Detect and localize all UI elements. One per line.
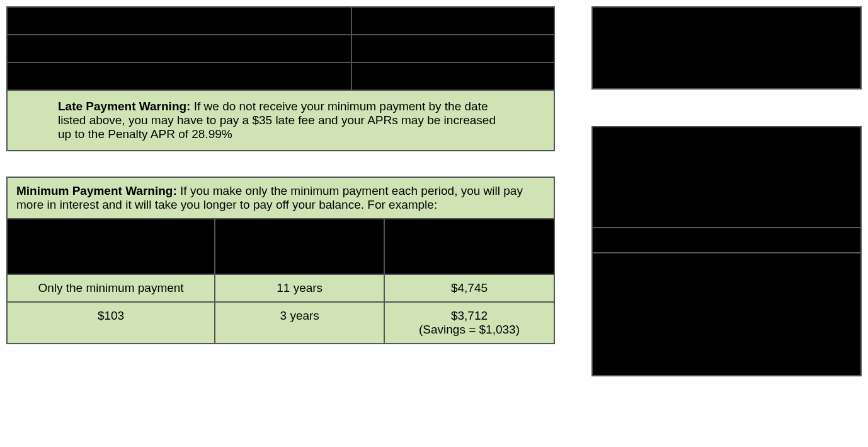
- value-cell: $57.40: [351, 35, 554, 62]
- column-header: If you make no additional charges using …: [7, 219, 215, 274]
- effective-date: Effective 5/10/20: [592, 228, 861, 253]
- table-row: Only the minimum payment 11 years $4,745: [7, 274, 554, 302]
- label-cell: Payment Due Date: [7, 62, 351, 90]
- table-header-row: If you make no additional charges using …: [7, 219, 554, 274]
- table-row: $103 3 years $3,712 (Savings = $1,033): [7, 302, 554, 344]
- table-row: Minimum Payment Due $57.40: [7, 35, 554, 62]
- account-info: Account Number: XXXX XXXX XXXX 1234 Ques…: [592, 7, 861, 89]
- rate-change-notice-box: Notice of Changes to Your Interest Rates…: [591, 126, 862, 376]
- minimum-payment-table: Minimum Payment Warning: If you make onl…: [6, 177, 555, 344]
- cell: $103: [7, 302, 215, 344]
- warning-title: Late Payment Warning:: [58, 100, 190, 113]
- cell: $4,745: [384, 274, 554, 302]
- value-cell: $2,870.00: [351, 7, 554, 35]
- late-payment-warning: Late Payment Warning: If we do not recei…: [7, 90, 554, 151]
- notice-detail: If you pay the Minimum Payment Due by th…: [592, 253, 861, 376]
- table-row: Payment Due Date 4/20/20: [7, 62, 554, 90]
- cell: 3 years: [215, 302, 384, 344]
- column-header: You will pay off the balance shown on th…: [215, 219, 384, 274]
- left-column: New Balance $2,870.00 Minimum Payment Du…: [6, 6, 555, 344]
- minimum-payment-warning: Minimum Payment Warning: If you make onl…: [7, 177, 554, 219]
- value-cell: 4/20/20: [351, 62, 554, 90]
- warning-title: Minimum Payment Warning:: [16, 184, 177, 197]
- payment-info-table: New Balance $2,870.00 Minimum Payment Du…: [6, 6, 555, 151]
- cell: $3,712 (Savings = $1,033): [384, 302, 554, 344]
- savings-note: (Savings = $1,033): [392, 323, 545, 337]
- right-column: Account Number: XXXX XXXX XXXX 1234 Ques…: [591, 6, 862, 376]
- cell: Only the minimum payment: [7, 274, 215, 302]
- table-row: New Balance $2,870.00: [7, 7, 554, 35]
- column-header: And you will end up paying an estimated …: [384, 219, 554, 274]
- cell: 11 years: [215, 274, 384, 302]
- account-info-box: Account Number: XXXX XXXX XXXX 1234 Ques…: [591, 6, 862, 90]
- notice-block: Notice of Changes to Your Interest Rates…: [592, 127, 861, 228]
- label-cell: Minimum Payment Due: [7, 35, 351, 62]
- label-cell: New Balance: [7, 7, 351, 35]
